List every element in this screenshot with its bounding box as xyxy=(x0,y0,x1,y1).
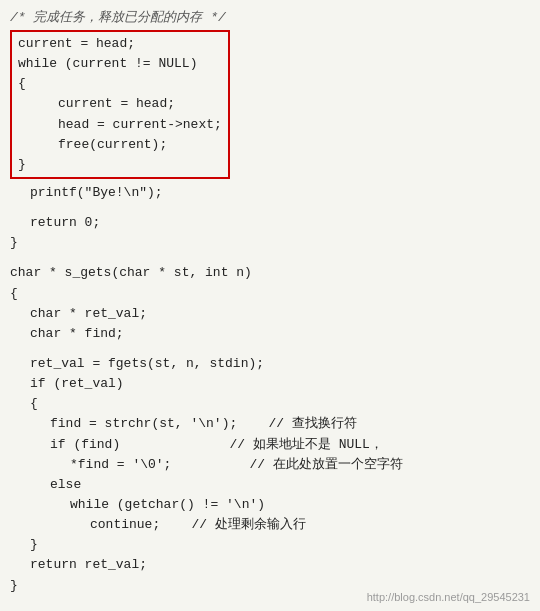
function-open: { xyxy=(10,284,530,304)
return-line: return 0; xyxy=(10,213,530,233)
highlighted-block: current = head; while (current != NULL) … xyxy=(10,30,230,179)
else-clause: else xyxy=(10,475,530,495)
code-container: /* 完成任务，释放已分配的内存 */ current = head; whil… xyxy=(10,8,530,596)
strchr-call: find = strchr(st, '\n'); // 查找换行符 xyxy=(10,414,530,434)
watermark: http://blog.csdn.net/qq_29545231 xyxy=(367,591,530,603)
function-def: char * s_gets(char * st, int n) xyxy=(10,263,530,283)
return-ret-val: return ret_val; xyxy=(10,555,530,575)
if-close: } xyxy=(10,535,530,555)
hl-line-1: current = head; xyxy=(18,34,222,54)
hl-line-4: current = head; xyxy=(18,94,222,114)
main-close: } xyxy=(10,233,530,253)
hl-line-7: } xyxy=(18,155,222,175)
comment-top: /* 完成任务，释放已分配的内存 */ xyxy=(10,8,530,26)
find-assign: *find = '\0'; // 在此处放置一个空字符 xyxy=(10,455,530,475)
printf-line: printf("Bye!\n"); xyxy=(10,183,530,203)
continue-stmt: continue; // 处理剩余输入行 xyxy=(10,515,530,535)
fgets-call: ret_val = fgets(st, n, stdin); xyxy=(10,354,530,374)
if-find: if (find) // 如果地址不是 NULL， xyxy=(10,435,530,455)
hl-line-6: free(current); xyxy=(18,135,222,155)
hl-line-2: while (current != NULL) xyxy=(18,54,222,74)
var-ret-val: char * ret_val; xyxy=(10,304,530,324)
if-ret-val: if (ret_val) xyxy=(10,374,530,394)
var-find: char * find; xyxy=(10,324,530,344)
if-open: { xyxy=(10,394,530,414)
hl-line-3: { xyxy=(18,74,222,94)
while-getchar: while (getchar() != '\n') xyxy=(10,495,530,515)
hl-line-5: head = current->next; xyxy=(18,115,222,135)
